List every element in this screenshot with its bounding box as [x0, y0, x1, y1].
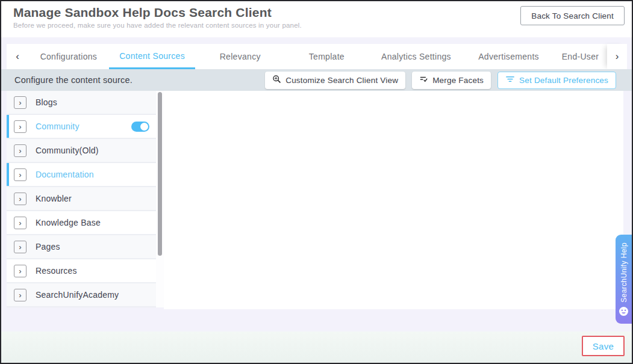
help-tab-label: SearchUnify Help [620, 242, 628, 303]
source-list-scrollbar[interactable] [156, 91, 164, 307]
list-check-icon [419, 75, 428, 85]
source-row-searchunifyacademy[interactable]: › SearchUnifyAcademy [7, 283, 156, 307]
tab-configurations[interactable]: Configurations [28, 44, 109, 69]
chevron-right-icon[interactable]: › [14, 193, 27, 205]
tabs-strip: Configurations Content Sources Relevancy… [28, 44, 607, 69]
source-label: Knowbler [36, 194, 72, 203]
source-label: SearchUnifyAcademy [36, 290, 119, 300]
active-indicator-bar [7, 163, 9, 186]
source-row-documentation[interactable]: › Documentation [7, 163, 156, 187]
customize-button-label: Customize Search Client View [285, 76, 398, 85]
content-source-toolbar: Configure the content source. Customize … [1, 69, 632, 91]
chevron-right-icon[interactable]: › [14, 289, 27, 301]
source-label: Community(Old) [36, 146, 99, 155]
page-title: Manage Sandbox Help Docs Search Client [13, 5, 302, 20]
tab-content-sources[interactable]: Content Sources [109, 44, 196, 69]
manage-search-client-page: Manage Sandbox Help Docs Search Client B… [0, 0, 633, 364]
filter-icon [505, 75, 515, 85]
chevron-right-icon[interactable]: › [14, 120, 27, 133]
searchunify-help-tab[interactable]: SearchUnify Help [616, 235, 632, 324]
source-row-knowledge-base[interactable]: › Knowledge Base [7, 211, 156, 235]
set-default-preferences-button[interactable]: Set Default Preferences [497, 72, 616, 89]
chevron-right-icon[interactable]: › [14, 144, 27, 157]
toggle-knob [140, 123, 148, 131]
source-row-knowbler[interactable]: › Knowbler [7, 187, 156, 211]
active-indicator-bar [7, 115, 9, 138]
chevron-right-icon[interactable]: › [14, 265, 27, 277]
back-to-search-client-button[interactable]: Back To Search Client [520, 6, 625, 25]
source-label: Blogs [36, 97, 57, 107]
tab-analytics-settings[interactable]: Analytics Settings [369, 44, 464, 69]
title-block: Manage Sandbox Help Docs Search Client B… [1, 1, 302, 29]
merge-facets-button[interactable]: Merge Facets [412, 72, 491, 89]
source-row-community-old[interactable]: › Community(Old) [7, 139, 156, 163]
source-row-resources[interactable]: › Resources [7, 259, 156, 283]
smiley-icon [619, 306, 629, 319]
chevron-right-icon[interactable]: › [14, 96, 27, 109]
customize-search-client-view-button[interactable]: Customize Search Client View [265, 72, 405, 89]
page-header: Manage Sandbox Help Docs Search Client B… [1, 1, 632, 37]
magnifier-gear-icon [272, 75, 281, 85]
source-label: Documentation [36, 170, 94, 179]
settings-tabbar: ‹ Configurations Content Sources Relevan… [7, 44, 627, 69]
toolbar-actions: Customize Search Client View Merge Facet… [265, 72, 616, 89]
source-label: Pages [36, 242, 60, 251]
source-row-pages[interactable]: › Pages [7, 235, 156, 259]
footer-bar: Save [1, 332, 632, 363]
chevron-right-icon[interactable]: › [14, 168, 27, 181]
source-row-blogs[interactable]: › Blogs [7, 91, 156, 115]
preferences-button-label: Set Default Preferences [519, 76, 608, 85]
source-label: Knowledge Base [36, 218, 101, 227]
source-label: Resources [36, 266, 77, 276]
scrollbar-thumb[interactable] [158, 92, 162, 256]
tabs-scroll-right-icon[interactable]: › [607, 44, 627, 69]
content-source-list: › Blogs › Community › Community(Old) › D… [7, 91, 156, 307]
tab-template[interactable]: Template [285, 44, 369, 69]
save-button[interactable]: Save [582, 336, 625, 356]
tab-end-user[interactable]: End-User [553, 44, 607, 69]
chevron-right-icon[interactable]: › [14, 241, 27, 253]
tabs-scroll-left-icon[interactable]: ‹ [7, 44, 28, 69]
source-row-community[interactable]: › Community [7, 115, 156, 139]
source-label: Community [36, 122, 80, 131]
toolbar-heading: Configure the content source. [1, 75, 133, 85]
merge-button-label: Merge Facets [432, 76, 484, 85]
community-toggle-on[interactable] [131, 122, 149, 132]
source-settings-panel [164, 91, 623, 309]
tab-advertisements[interactable]: Advertisements [464, 44, 553, 69]
tab-relevancy[interactable]: Relevancy [195, 44, 285, 69]
page-subtitle: Before we proceed, make sure you have ad… [13, 22, 302, 29]
chevron-right-icon[interactable]: › [14, 217, 27, 229]
